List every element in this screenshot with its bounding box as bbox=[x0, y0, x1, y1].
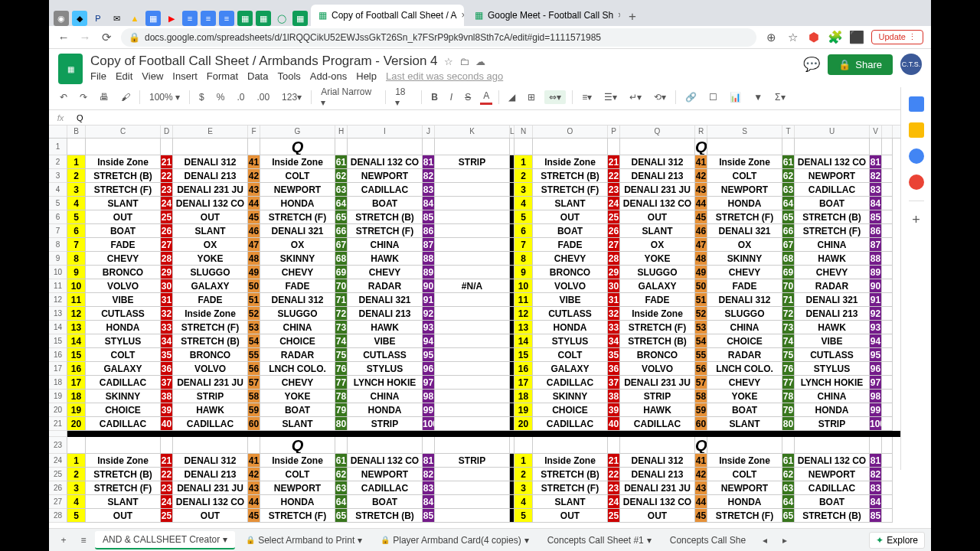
num-cell[interactable]: 41 bbox=[248, 454, 260, 468]
num-cell[interactable]: 83 bbox=[870, 183, 882, 197]
num-cell[interactable]: 23 bbox=[161, 481, 173, 495]
play-cell[interactable]: Inside Zone bbox=[260, 454, 335, 468]
scroll-left-icon[interactable]: ◂ bbox=[756, 535, 773, 546]
num-cell[interactable]: 49 bbox=[248, 266, 260, 279]
q-header[interactable] bbox=[67, 437, 86, 454]
num-cell[interactable]: 21 bbox=[161, 155, 173, 169]
play-cell[interactable]: CHEVY bbox=[533, 252, 608, 266]
row-header[interactable]: 9 bbox=[49, 252, 67, 266]
col-header[interactable]: U bbox=[795, 126, 870, 138]
q-header[interactable] bbox=[782, 139, 795, 155]
num-cell[interactable]: 69 bbox=[782, 266, 795, 279]
num-cell[interactable]: 31 bbox=[161, 293, 173, 307]
play-cell[interactable]: CHEVY bbox=[707, 376, 782, 390]
fillcolor-icon[interactable]: ◢ bbox=[505, 90, 518, 104]
row-header[interactable]: 7 bbox=[49, 224, 67, 238]
edge[interactable] bbox=[882, 334, 893, 348]
blank[interactable] bbox=[435, 334, 510, 348]
play-cell[interactable]: CHINA bbox=[795, 238, 870, 252]
q-header[interactable] bbox=[795, 139, 870, 155]
num-cell[interactable]: 93 bbox=[870, 321, 882, 334]
col-header[interactable]: T bbox=[782, 126, 795, 138]
num-cell[interactable]: 66 bbox=[335, 224, 348, 238]
num-cell[interactable]: 83 bbox=[423, 183, 435, 197]
play-cell[interactable]: DENALI 312 bbox=[707, 293, 782, 307]
num-cell[interactable]: 81 bbox=[423, 155, 435, 169]
num-cell[interactable]: 24 bbox=[608, 495, 620, 509]
col-header[interactable]: I bbox=[348, 126, 423, 138]
play-cell[interactable]: CADILLAC bbox=[533, 376, 608, 390]
num-cell[interactable]: 56 bbox=[248, 362, 260, 376]
num-cell[interactable]: 94 bbox=[870, 334, 882, 348]
merge-icon[interactable]: ⇔▾ bbox=[544, 90, 566, 104]
num-cell[interactable]: 91 bbox=[423, 293, 435, 307]
edge[interactable] bbox=[882, 307, 893, 321]
col-header[interactable]: N bbox=[514, 126, 533, 138]
app-icon[interactable]: P bbox=[90, 11, 106, 26]
play-cell[interactable]: BOAT bbox=[260, 403, 335, 417]
blank[interactable] bbox=[435, 403, 510, 417]
play-cell[interactable]: DENALI 132 CO bbox=[620, 197, 695, 210]
paint-format-icon[interactable]: 🖌 bbox=[118, 90, 133, 104]
play-cell[interactable]: CUTLASS bbox=[86, 307, 161, 321]
menu-edit[interactable]: Edit bbox=[116, 70, 132, 82]
num-cell[interactable]: 26 bbox=[608, 224, 620, 238]
menu-addons[interactable]: Add-ons bbox=[310, 70, 347, 82]
edge[interactable] bbox=[882, 362, 893, 376]
q-header[interactable] bbox=[435, 437, 510, 454]
num-cell[interactable]: 18 bbox=[67, 390, 86, 403]
play-cell[interactable]: NEWPORT bbox=[795, 169, 870, 183]
q-header[interactable]: Q bbox=[260, 139, 335, 155]
play-cell[interactable]: SKINNY bbox=[86, 390, 161, 403]
blank[interactable] bbox=[435, 224, 510, 238]
num-cell[interactable]: 100 bbox=[423, 417, 435, 431]
blank[interactable]: #N/A bbox=[435, 279, 510, 293]
row-header[interactable]: 25 bbox=[49, 468, 67, 481]
num-cell[interactable]: 50 bbox=[695, 279, 707, 293]
q-header[interactable] bbox=[514, 437, 533, 454]
edge[interactable] bbox=[882, 293, 893, 307]
col-header[interactable]: F bbox=[248, 126, 260, 138]
num-cell[interactable]: 99 bbox=[870, 403, 882, 417]
num-cell[interactable]: 38 bbox=[608, 390, 620, 403]
num-cell[interactable]: 43 bbox=[695, 183, 707, 197]
play-cell[interactable]: STRETCH (F) bbox=[707, 210, 782, 224]
play-cell[interactable]: SLANT bbox=[260, 417, 335, 431]
explore-button[interactable]: ✦Explore bbox=[869, 532, 925, 549]
blank[interactable] bbox=[435, 362, 510, 376]
play-cell[interactable]: HONDA bbox=[260, 197, 335, 210]
num-cell[interactable]: 4 bbox=[67, 197, 86, 210]
q-header[interactable] bbox=[173, 139, 248, 155]
play-cell[interactable]: CADILLAC bbox=[795, 183, 870, 197]
num-cell[interactable]: 55 bbox=[248, 348, 260, 362]
play-cell[interactable]: SKINNY bbox=[260, 252, 335, 266]
play-cell[interactable]: CHEVY bbox=[260, 266, 335, 279]
num-cell[interactable]: 67 bbox=[782, 238, 795, 252]
num-cell[interactable]: 27 bbox=[608, 238, 620, 252]
row-header[interactable]: 1 bbox=[49, 139, 67, 155]
play-cell[interactable]: STRETCH (B) bbox=[348, 210, 423, 224]
dec-decrease-icon[interactable]: .0 bbox=[234, 90, 247, 104]
play-cell[interactable]: SLANT bbox=[86, 495, 161, 509]
play-cell[interactable]: CHOICE bbox=[260, 334, 335, 348]
redo-icon[interactable]: ↷ bbox=[77, 90, 90, 104]
play-cell[interactable]: STRETCH (F) bbox=[707, 509, 782, 523]
num-cell[interactable]: 53 bbox=[248, 321, 260, 334]
edge[interactable] bbox=[882, 169, 893, 183]
num-cell[interactable]: 43 bbox=[248, 481, 260, 495]
q-header[interactable] bbox=[870, 437, 882, 454]
num-cell[interactable]: 97 bbox=[870, 376, 882, 390]
play-cell[interactable]: CADILLAC bbox=[795, 481, 870, 495]
functions-icon[interactable]: Σ▾ bbox=[772, 90, 788, 104]
blank[interactable] bbox=[435, 468, 510, 481]
num-cell[interactable]: 62 bbox=[335, 169, 348, 183]
num-cell[interactable]: 70 bbox=[335, 279, 348, 293]
play-cell[interactable]: BOAT bbox=[707, 403, 782, 417]
num-cell[interactable]: 80 bbox=[335, 417, 348, 431]
all-sheets-icon[interactable]: ≡ bbox=[75, 535, 92, 546]
num-cell[interactable]: 64 bbox=[782, 197, 795, 210]
num-cell[interactable]: 44 bbox=[248, 495, 260, 509]
num-cell[interactable]: 44 bbox=[695, 495, 707, 509]
num-cell[interactable]: 67 bbox=[335, 238, 348, 252]
row-header[interactable]: 21 bbox=[49, 417, 67, 431]
